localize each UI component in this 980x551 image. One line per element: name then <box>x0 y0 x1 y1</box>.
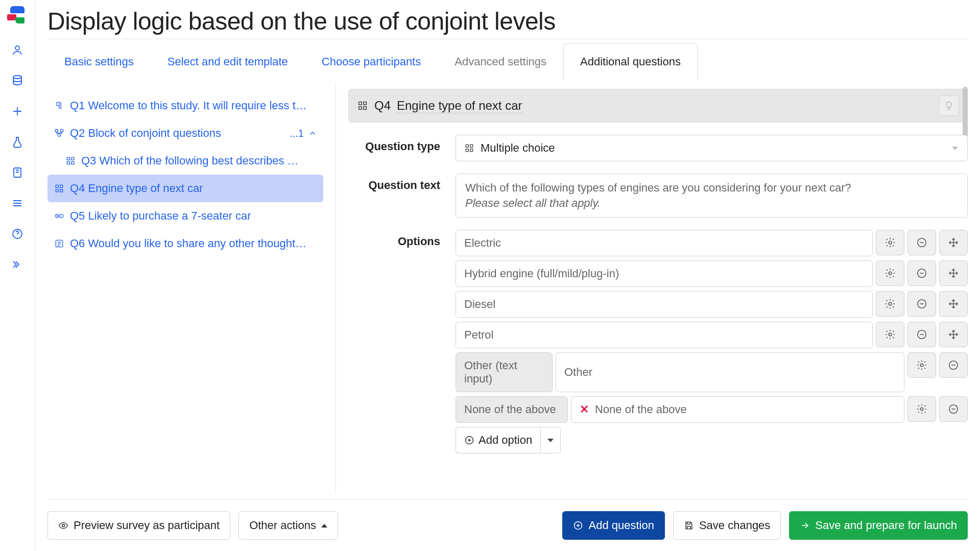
question-label: Engine type of next car <box>88 182 203 195</box>
svg-point-34 <box>889 333 892 336</box>
option-remove-button[interactable] <box>907 291 936 317</box>
option-remove-button[interactable] <box>939 352 968 378</box>
nav-rail <box>0 0 35 551</box>
other-actions-button[interactable]: Other actions <box>238 511 338 540</box>
hint-bulb-button[interactable] <box>939 95 959 116</box>
svg-rect-21 <box>364 102 367 105</box>
option-row: Diesel <box>456 291 968 318</box>
svg-rect-5 <box>56 130 58 132</box>
add-option-button[interactable]: Add option <box>456 427 540 453</box>
option-input[interactable]: Hybrid engine (full/mild/plug-in) <box>456 260 873 287</box>
page-title: Display logic based on the use of conjoi… <box>47 7 968 39</box>
plus-icon[interactable] <box>11 105 23 117</box>
preview-button[interactable]: Preview survey as participant <box>47 511 230 540</box>
save-changes-button[interactable]: Save changes <box>673 511 781 540</box>
question-meta: ...1 <box>290 128 304 139</box>
add-option-dropdown[interactable] <box>540 427 561 453</box>
svg-rect-12 <box>56 185 58 187</box>
svg-rect-6 <box>61 130 63 132</box>
question-text-input[interactable]: Which of the following types of engines … <box>456 174 968 218</box>
user-icon[interactable] <box>11 44 23 56</box>
svg-point-4 <box>17 236 17 236</box>
question-label: Would you like to share any other though… <box>88 237 306 250</box>
scrollbar-thumb[interactable] <box>963 87 968 138</box>
svg-point-28 <box>889 241 892 244</box>
option-drag-handle[interactable] <box>939 230 968 255</box>
question-item-q2[interactable]: Q2 Block of conjoint questions ...1 <box>47 119 323 147</box>
question-item-q4[interactable]: Q4 Engine type of next car <box>47 175 323 202</box>
tab-select-template[interactable]: Select and edit template <box>151 43 305 80</box>
grid-icon <box>464 143 474 153</box>
plus-circle-icon <box>464 435 474 445</box>
question-type-value: Multiple choice <box>481 141 555 155</box>
option-settings-button[interactable] <box>876 322 904 347</box>
editor-header-title: Engine type of next car <box>397 99 522 113</box>
svg-rect-7 <box>58 134 61 136</box>
book-icon[interactable] <box>11 166 23 179</box>
option-row: Electric <box>456 230 968 256</box>
help-icon[interactable] <box>11 228 23 240</box>
app-logo <box>7 5 28 26</box>
option-row: Petrol <box>456 322 968 348</box>
option-none-row: None of the above ✕ None of the above <box>456 396 968 423</box>
tab-advanced-settings[interactable]: Advanced settings <box>438 43 563 80</box>
workspace: Q1 Welcome to this study. It will requir… <box>47 83 968 493</box>
option-drag-handle[interactable] <box>939 291 968 317</box>
add-option-group: Add option <box>456 427 968 453</box>
question-text-line2: Please select all that apply. <box>465 197 958 210</box>
question-text-line1: Which of the following types of engines … <box>465 181 958 195</box>
expand-icon[interactable] <box>11 258 23 271</box>
question-item-q3[interactable]: Q3 Which of the following best describes… <box>47 147 323 175</box>
tab-basic-settings[interactable]: Basic settings <box>47 43 151 80</box>
chevron-down-icon <box>547 439 554 442</box>
paragraph-icon <box>54 101 65 111</box>
option-drag-handle[interactable] <box>939 260 968 286</box>
svg-point-30 <box>889 272 892 275</box>
grid-icon <box>357 100 368 111</box>
label-question-text: Question text <box>348 174 440 192</box>
tab-bar: Basic settings Select and edit template … <box>47 43 968 81</box>
text-icon <box>54 238 65 249</box>
label-question-type: Question type <box>348 135 440 153</box>
question-editor: Q4 Engine type of next car Question type… <box>336 83 968 493</box>
add-question-button[interactable]: Add question <box>562 511 664 540</box>
question-item-q1[interactable]: Q1 Welcome to this study. It will requir… <box>47 92 323 119</box>
option-input[interactable]: Diesel <box>456 291 873 318</box>
option-remove-button[interactable] <box>907 260 936 286</box>
footer-bar: Preview survey as participant Other acti… <box>47 499 968 551</box>
question-code: Q4 <box>70 182 85 195</box>
option-input[interactable]: Petrol <box>456 322 873 348</box>
svg-rect-9 <box>71 157 74 160</box>
option-settings-button[interactable] <box>876 260 904 286</box>
eye-icon <box>58 520 68 531</box>
option-remove-button[interactable] <box>939 396 968 422</box>
option-input[interactable]: Electric <box>456 230 873 256</box>
question-type-select[interactable]: Multiple choice <box>456 135 968 161</box>
option-settings-button[interactable] <box>876 230 904 255</box>
tab-additional-questions[interactable]: Additional questions <box>563 43 698 80</box>
svg-rect-2 <box>14 168 21 177</box>
svg-point-36 <box>920 364 923 367</box>
flask-icon[interactable] <box>11 136 23 148</box>
option-none-input[interactable]: ✕ None of the above <box>571 396 904 423</box>
save-launch-button[interactable]: Save and prepare for launch <box>789 511 968 540</box>
option-settings-button[interactable] <box>876 291 904 317</box>
x-icon: ✕ <box>580 403 589 416</box>
question-code: Q6 <box>70 237 85 250</box>
tab-choose-participants[interactable]: Choose participants <box>305 43 438 80</box>
question-item-q5[interactable]: Q5 Likely to purchase a 7-seater car <box>47 202 323 230</box>
svg-point-38 <box>920 408 923 411</box>
svg-point-41 <box>62 524 65 527</box>
question-item-q6[interactable]: Q6 Would you like to share any other tho… <box>47 230 323 257</box>
menu-icon[interactable] <box>11 197 23 209</box>
option-drag-handle[interactable] <box>939 322 968 347</box>
option-settings-button[interactable] <box>907 396 936 422</box>
option-other-input[interactable]: Other <box>556 352 904 392</box>
option-remove-button[interactable] <box>907 230 936 255</box>
option-remove-button[interactable] <box>907 322 936 347</box>
plus-circle-icon <box>573 520 583 531</box>
option-settings-button[interactable] <box>907 352 936 378</box>
svg-rect-10 <box>67 162 69 164</box>
question-list: Q1 Welcome to this study. It will requir… <box>47 83 323 493</box>
database-icon[interactable] <box>11 75 23 87</box>
